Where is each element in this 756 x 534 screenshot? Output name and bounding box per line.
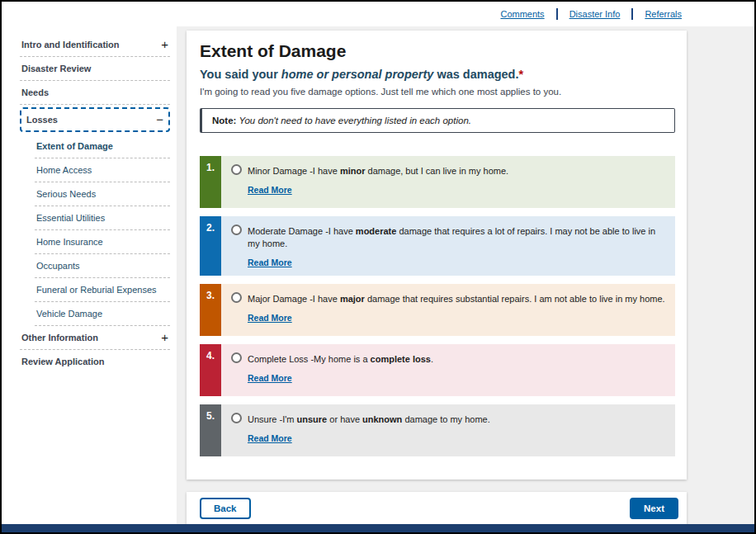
read-more-link-2[interactable]: Read More bbox=[248, 258, 292, 267]
radio-option-3[interactable] bbox=[231, 292, 242, 303]
sidebar-item-losses[interactable]: Losses − bbox=[25, 109, 165, 130]
footer-strip bbox=[2, 524, 754, 532]
sidebar-item-home-insurance[interactable]: Home Insurance bbox=[35, 230, 170, 254]
sidebar-item-occupants[interactable]: Occupants bbox=[35, 254, 170, 278]
plus-icon[interactable]: + bbox=[161, 333, 168, 342]
option-number-badge: 3. bbox=[200, 284, 221, 336]
damage-option-row-2: 2. Moderate Damage -I have moderate dama… bbox=[200, 216, 675, 276]
top-nav: Comments Disaster Info Referrals bbox=[2, 2, 754, 26]
form-navigation-bar: Back Next bbox=[187, 492, 687, 524]
radio-option-4[interactable] bbox=[231, 352, 242, 363]
option-body: Major Damage -I have major damage that r… bbox=[221, 284, 675, 336]
back-button[interactable]: Back bbox=[200, 498, 251, 519]
plus-icon[interactable]: + bbox=[161, 40, 168, 49]
sidebar-item-home-access[interactable]: Home Access bbox=[35, 158, 170, 182]
damage-option-row-3: 3. Major Damage -I have major damage tha… bbox=[200, 284, 675, 336]
page-subtitle: You said your home or personal property … bbox=[200, 68, 675, 81]
damage-option-row-4: 4. Complete Loss -My home is a complete … bbox=[200, 344, 675, 396]
option-number-badge: 1. bbox=[200, 156, 221, 208]
read-more-link-4[interactable]: Read More bbox=[248, 373, 292, 383]
sidebar-item-needs[interactable]: Needs bbox=[20, 81, 170, 105]
link-referrals[interactable]: Referrals bbox=[645, 9, 682, 19]
option-text: Unsure -I'm unsure or have unknown damag… bbox=[248, 413, 490, 426]
sidebar-item-vehicle-damage[interactable]: Vehicle Damage bbox=[35, 302, 170, 326]
sidebar-item-funeral-or-reburial-expenses[interactable]: Funeral or Reburial Expenses bbox=[35, 278, 170, 302]
read-more-link-1[interactable]: Read More bbox=[248, 185, 292, 195]
body: Intro and Identification + Disaster Revi… bbox=[2, 26, 754, 524]
minus-icon[interactable]: − bbox=[156, 116, 163, 124]
read-more-link-5[interactable]: Read More bbox=[248, 433, 292, 443]
note-box: Note: You don't need to have everything … bbox=[200, 108, 675, 133]
option-text: Minor Damage -I have minor damage, but I… bbox=[248, 165, 508, 177]
read-more-link-3[interactable]: Read More bbox=[248, 313, 292, 323]
app-window: Comments Disaster Info Referrals Intro a… bbox=[0, 0, 756, 534]
link-disaster-info[interactable]: Disaster Info bbox=[569, 9, 621, 19]
sidebar-item-review-application[interactable]: Review Application bbox=[20, 350, 170, 373]
sidebar-item-other-information[interactable]: Other Information + bbox=[20, 326, 170, 350]
option-number-badge: 2. bbox=[200, 216, 221, 276]
next-button[interactable]: Next bbox=[630, 498, 678, 519]
extent-of-damage-card: Extent of Damage You said your home or p… bbox=[187, 31, 687, 480]
link-comments[interactable]: Comments bbox=[500, 9, 544, 19]
option-body: Complete Loss -My home is a complete los… bbox=[221, 344, 675, 396]
intro-text: I'm going to read you five damage option… bbox=[200, 87, 675, 97]
sidebar-item-losses-focus-box: Losses − bbox=[20, 107, 170, 132]
option-body: Moderate Damage -I have moderate damage … bbox=[221, 216, 675, 276]
sidebar-item-serious-needs[interactable]: Serious Needs bbox=[35, 182, 170, 206]
radio-option-1[interactable] bbox=[231, 164, 242, 175]
option-body: Unsure -I'm unsure or have unknown damag… bbox=[221, 404, 675, 456]
damage-option-row-1: 1. Minor Damage -I have minor damage, bu… bbox=[200, 156, 675, 208]
sidebar-item-disaster-review[interactable]: Disaster Review bbox=[20, 57, 170, 81]
sidebar-item-intro-and-identification[interactable]: Intro and Identification + bbox=[20, 33, 170, 57]
sidebar-item-extent-of-damage[interactable]: Extent of Damage bbox=[35, 135, 170, 158]
option-body: Minor Damage -I have minor damage, but I… bbox=[221, 156, 675, 208]
nav-separator bbox=[556, 8, 558, 20]
page-title: Extent of Damage bbox=[200, 41, 675, 61]
option-number-badge: 4. bbox=[200, 344, 221, 396]
radio-option-5[interactable] bbox=[231, 413, 242, 423]
option-text: Complete Loss -My home is a complete los… bbox=[248, 353, 433, 366]
option-text: Moderate Damage -I have moderate damage … bbox=[248, 225, 665, 250]
option-text: Major Damage -I have major damage that r… bbox=[248, 293, 665, 305]
main-content-area: Extent of Damage You said your home or p… bbox=[177, 26, 754, 524]
damage-option-row-5: 5. Unsure -I'm unsure or have unknown da… bbox=[200, 404, 675, 456]
radio-option-2[interactable] bbox=[231, 224, 242, 235]
nav-separator bbox=[631, 8, 633, 20]
sidebar-nav: Intro and Identification + Disaster Revi… bbox=[2, 26, 177, 524]
option-number-badge: 5. bbox=[200, 404, 221, 456]
sidebar-item-essential-utilities[interactable]: Essential Utilities bbox=[35, 206, 170, 230]
